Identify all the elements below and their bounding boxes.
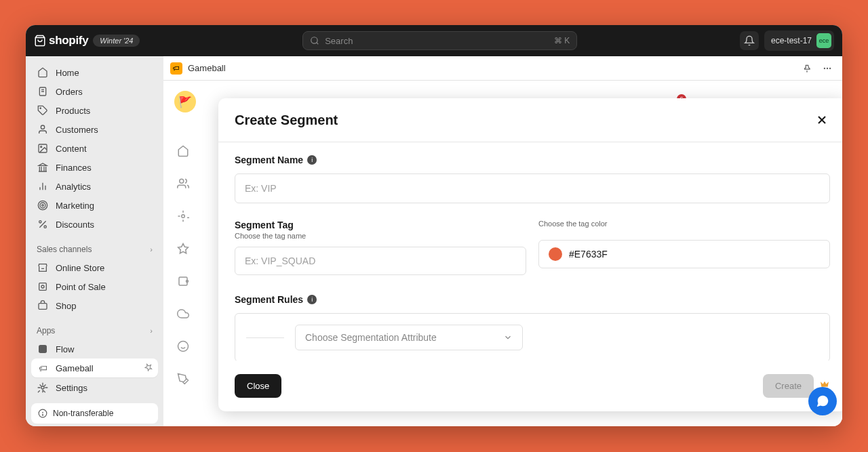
svg-point-19	[41, 285, 44, 288]
app-title: Gameball	[188, 63, 226, 73]
notifications-button[interactable]	[740, 31, 759, 50]
sidebar: Home Orders Products Customers Content F…	[26, 56, 163, 426]
nav-marketing[interactable]: Marketing	[31, 196, 158, 215]
svg-point-17	[44, 226, 46, 228]
svg-point-8	[41, 146, 42, 148]
nav-home[interactable]: Home	[31, 63, 158, 82]
pin-icon	[802, 64, 812, 73]
color-value: #E7633F	[569, 249, 608, 260]
target-icon	[37, 200, 48, 211]
nav-online-store[interactable]: Online Store	[31, 258, 158, 277]
pos-icon	[37, 281, 48, 292]
nav-discounts[interactable]: Discounts	[31, 215, 158, 234]
svg-point-27	[827, 67, 828, 68]
svg-point-0	[311, 37, 317, 43]
nav-settings[interactable]: Settings	[31, 377, 158, 398]
strip-users-icon[interactable]	[177, 178, 189, 190]
tag-name-input[interactable]	[235, 247, 526, 275]
nav-shop[interactable]: Shop	[31, 296, 158, 315]
apps-header[interactable]: Apps ›	[31, 322, 158, 340]
nav-orders[interactable]: Orders	[31, 82, 158, 101]
svg-point-26	[824, 67, 825, 68]
create-button[interactable]: Create	[763, 374, 814, 398]
segmentation-attribute-select[interactable]: Choose Segmentation Attribute	[295, 325, 523, 350]
chevron-right-icon: ›	[150, 245, 153, 253]
strip-puzzle-icon[interactable]	[177, 275, 189, 287]
rules-container: Choose Segmentation Attribute	[235, 313, 830, 361]
svg-point-29	[180, 179, 184, 183]
chevron-down-icon	[503, 333, 513, 342]
search-icon	[310, 36, 319, 45]
nav-finances[interactable]: Finances	[31, 158, 158, 177]
strip-smile-icon[interactable]	[177, 340, 189, 352]
help-button[interactable]	[808, 387, 837, 415]
tag-name-sub: Choose the tag name	[235, 232, 526, 240]
nav-analytics[interactable]: Analytics	[31, 177, 158, 196]
tag-color-input[interactable]: #E7633F	[538, 240, 830, 268]
strip-home-icon[interactable]	[177, 145, 189, 157]
info-icon[interactable]: i	[307, 295, 317, 304]
svg-line-1	[317, 43, 319, 45]
svg-rect-20	[39, 304, 47, 310]
non-transferable-notice[interactable]: Non-transferable	[31, 403, 158, 424]
svg-marker-31	[178, 244, 189, 253]
search-input[interactable]: Search ⌘ K	[302, 31, 577, 50]
user-menu[interactable]: ece-test-17 ece	[764, 30, 834, 51]
segment-tag-label: Segment Tag	[235, 220, 526, 230]
winter-badge[interactable]: Winter '24	[93, 35, 140, 47]
svg-line-15	[39, 221, 45, 227]
close-icon	[815, 113, 829, 127]
store-icon	[37, 262, 48, 273]
flow-icon	[37, 344, 48, 354]
nav-pos[interactable]: Point of Sale	[31, 277, 158, 296]
bell-icon	[744, 35, 755, 46]
create-segment-modal: Create Segment Segment Name i Segment Ta…	[218, 98, 842, 411]
gameball-logo: 🚩	[174, 91, 196, 112]
brand-name: shopify	[49, 34, 88, 47]
strip-brush-icon[interactable]	[177, 373, 189, 385]
strip-star-icon[interactable]	[177, 243, 189, 255]
nav-customers[interactable]: Customers	[31, 120, 158, 139]
pin-app-button[interactable]	[799, 60, 815, 77]
dots-icon	[823, 64, 832, 73]
strip-cloud-icon[interactable]	[177, 308, 189, 320]
nav-flow[interactable]: Flow	[31, 340, 158, 358]
strip-gear-icon[interactable]	[177, 210, 189, 222]
close-modal-button[interactable]: Close	[235, 374, 281, 398]
shopping-bag-icon	[34, 34, 46, 47]
nav-products[interactable]: Products	[31, 101, 158, 120]
pin-icon[interactable]	[144, 363, 153, 373]
svg-point-28	[829, 67, 831, 68]
tag-color-sub: Choose the tag color	[538, 220, 830, 228]
chevron-right-icon: ›	[150, 327, 153, 335]
svg-point-6	[41, 125, 44, 129]
svg-point-14	[42, 205, 44, 207]
user-name: ece-test-17	[771, 36, 812, 45]
svg-point-34	[178, 342, 189, 352]
svg-point-30	[182, 215, 185, 218]
bank-icon	[37, 162, 48, 173]
close-button[interactable]	[814, 112, 830, 128]
svg-point-25	[42, 415, 43, 415]
rule-decoration	[246, 337, 284, 338]
sales-channels-header[interactable]: Sales channels ›	[31, 241, 158, 258]
image-icon	[37, 143, 48, 154]
user-icon	[37, 124, 48, 135]
modal-title: Create Segment	[235, 112, 338, 128]
nav-content[interactable]: Content	[31, 139, 158, 158]
shopify-logo[interactable]: shopify	[34, 34, 88, 47]
segment-name-label: Segment Name i	[235, 155, 830, 165]
chat-icon	[815, 394, 830, 409]
svg-point-16	[39, 221, 41, 223]
info-icon[interactable]: i	[307, 155, 317, 165]
shop-icon	[37, 300, 48, 311]
segment-rules-label: Segment Rules i	[235, 294, 830, 305]
svg-point-22	[41, 386, 44, 389]
color-swatch[interactable]	[549, 247, 562, 261]
percent-icon	[37, 219, 48, 230]
nav-gameball[interactable]: 🏷 Gameball	[31, 358, 158, 377]
chart-icon	[37, 181, 48, 192]
segment-name-input[interactable]	[235, 173, 830, 203]
more-actions-button[interactable]	[819, 60, 835, 77]
gameball-app-icon: 🏷	[170, 62, 182, 75]
